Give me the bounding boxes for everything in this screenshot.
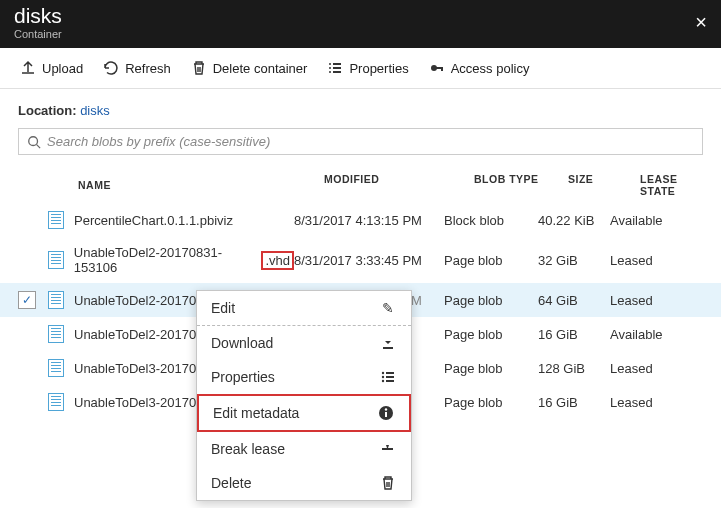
blob-name: UnableToDel3-20170 [74,395,196,410]
svg-point-12 [382,380,384,382]
upload-button[interactable]: Upload [12,54,91,82]
col-lease[interactable]: LEASE STATE [640,173,703,197]
refresh-icon [103,60,119,76]
menu-break-label: Break lease [211,441,285,457]
svg-point-11 [382,376,384,378]
window-header: disks Container × [0,0,721,48]
blob-size: 16 GiB [538,327,610,342]
refresh-label: Refresh [125,61,171,76]
file-icon [48,393,64,411]
file-icon [48,359,64,377]
menu-properties[interactable]: Properties [197,360,411,394]
blob-type: Block blob [444,213,538,228]
col-name[interactable]: NAME [78,173,324,197]
svg-point-9 [29,136,38,145]
refresh-button[interactable]: Refresh [95,54,179,82]
svg-point-2 [329,71,331,73]
search-icon [27,135,41,149]
svg-rect-3 [333,63,341,65]
svg-rect-4 [333,67,341,69]
trash-icon [191,60,207,76]
delete-container-button[interactable]: Delete container [183,54,316,82]
location-bar: Location: disks [0,89,721,128]
file-icon [48,251,64,269]
trash-icon [379,475,397,491]
blob-lease: Leased [610,361,703,376]
blob-lease: Leased [610,253,703,268]
svg-rect-5 [333,71,341,73]
properties-button[interactable]: Properties [319,54,416,82]
blob-type: Page blob [444,361,538,376]
menu-break-lease[interactable]: Break lease [197,432,411,466]
info-icon [377,405,395,421]
table-row[interactable]: PercentileChart.0.1.1.pbiviz 8/31/2017 4… [0,203,721,237]
blob-size: 64 GiB [538,293,610,308]
container-title: disks [14,4,62,28]
vhd-highlight: .vhd [261,251,294,270]
location-link[interactable]: disks [80,103,110,118]
context-menu: Edit ✎ Download Properties Edit metadata… [196,290,412,501]
blob-size: 40.22 KiB [538,213,610,228]
svg-rect-8 [441,67,443,71]
col-type[interactable]: BLOB TYPE [474,173,568,197]
access-policy-label: Access policy [451,61,530,76]
properties-list-icon [327,60,343,76]
blob-name: UnableToDel2-20170831-153106 [74,245,264,275]
upload-icon [20,60,36,76]
toolbar: Upload Refresh Delete container Properti… [0,48,721,89]
blob-lease: Leased [610,395,703,410]
blob-size: 128 GiB [538,361,610,376]
menu-delete[interactable]: Delete [197,466,411,500]
search-placeholder: Search blobs by prefix (case-sensitive) [47,134,270,149]
download-icon [379,335,397,351]
blob-lease: Available [610,213,703,228]
svg-rect-15 [386,380,394,382]
blob-name: UnableToDel3-20170 [74,361,196,376]
col-size[interactable]: SIZE [568,173,640,197]
access-policy-button[interactable]: Access policy [421,54,538,82]
table-header: NAME MODIFIED BLOB TYPE SIZE LEASE STATE [0,167,721,203]
svg-point-0 [329,63,331,65]
list-icon [379,369,397,385]
key-icon [429,60,445,76]
blob-size: 32 GiB [538,253,610,268]
blob-type: Page blob [444,395,538,410]
row-checkbox[interactable] [18,291,36,309]
location-label: Location: [18,103,77,118]
blob-modified: 8/31/2017 4:13:15 PM [294,213,444,228]
header-subtitle: Container [14,28,62,40]
svg-point-10 [382,372,384,374]
file-icon [48,325,64,343]
col-modified[interactable]: MODIFIED [324,173,474,197]
table-row[interactable]: UnableToDel2-20170831-153106.vhd 8/31/20… [0,237,721,283]
blob-name: PercentileChart.0.1.1.pbiviz [74,213,233,228]
menu-download-label: Download [211,335,273,351]
svg-rect-14 [386,376,394,378]
blob-type: Page blob [444,253,538,268]
break-icon [379,441,397,457]
file-icon [48,211,64,229]
menu-delete-label: Delete [211,475,251,491]
search-input[interactable]: Search blobs by prefix (case-sensitive) [18,128,703,155]
blob-name: UnableToDel2-20170 [74,293,196,308]
menu-metadata-label: Edit metadata [213,405,299,421]
upload-label: Upload [42,61,83,76]
pencil-icon: ✎ [379,300,397,316]
blob-lease: Available [610,327,703,342]
menu-edit[interactable]: Edit ✎ [197,291,411,326]
blob-lease: Leased [610,293,703,308]
menu-download[interactable]: Download [197,326,411,360]
blob-type: Page blob [444,327,538,342]
svg-point-1 [329,67,331,69]
blob-modified: 8/31/2017 3:33:45 PM [294,253,444,268]
menu-properties-label: Properties [211,369,275,385]
close-icon[interactable]: × [695,11,707,34]
file-icon [48,291,64,309]
blob-size: 16 GiB [538,395,610,410]
delete-container-label: Delete container [213,61,308,76]
svg-rect-13 [386,372,394,374]
menu-edit-metadata[interactable]: Edit metadata [197,394,411,432]
properties-label: Properties [349,61,408,76]
menu-edit-label: Edit [211,300,235,316]
blob-type: Page blob [444,293,538,308]
